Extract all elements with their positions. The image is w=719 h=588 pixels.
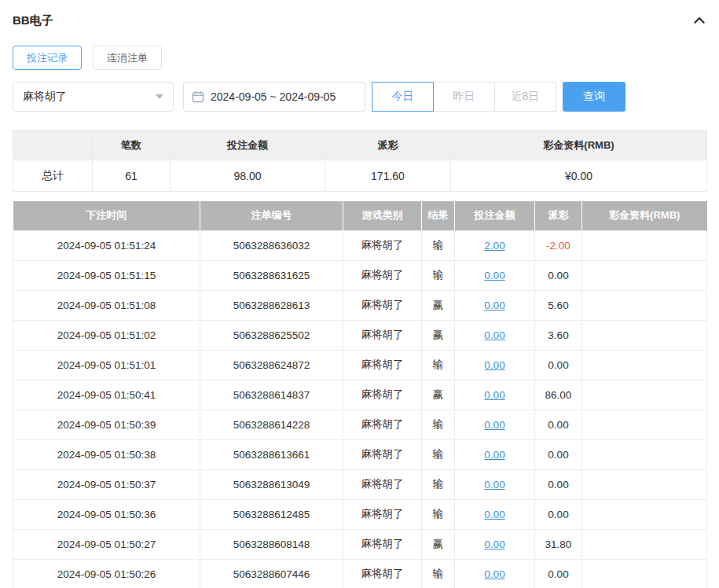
payout-cell: -2.00 xyxy=(535,230,582,260)
records-header-cell: 投注金额 xyxy=(455,201,535,230)
collapse-chevron-up-icon[interactable] xyxy=(692,13,706,28)
game-type-cell: 麻将胡了 xyxy=(343,439,422,469)
game-type-cell: 麻将胡了 xyxy=(343,410,422,439)
table-row: 2024-09-05 01:50:385063288613661麻将胡了输0.0… xyxy=(13,439,707,469)
records-header-cell: 派彩 xyxy=(535,201,582,230)
tab-chain-cancel-orders[interactable]: 连消注单 xyxy=(93,46,162,70)
records-table-body: 2024-09-05 01:51:245063288636032麻将胡了输2.0… xyxy=(13,230,707,588)
result-cell: 输 xyxy=(422,439,455,469)
bet-amount-cell: 0.00 xyxy=(455,290,535,320)
tab-bet-records[interactable]: 投注记录 xyxy=(13,46,82,70)
bet-time-cell: 2024-09-05 01:51:01 xyxy=(13,350,200,380)
table-row: 2024-09-05 01:50:265063288607446麻将胡了输0.0… xyxy=(13,559,707,588)
bet-amount-cell: 0.00 xyxy=(455,380,535,410)
date-range-picker[interactable]: 2024-09-05 ~ 2024-09-05 xyxy=(183,82,365,112)
game-type-cell: 麻将胡了 xyxy=(343,230,422,260)
search-button[interactable]: 查询 xyxy=(563,82,625,112)
bet-amount-link[interactable]: 0.00 xyxy=(484,509,504,520)
records-header-row: 下注时间注单编号游戏类别结果投注金额派彩彩金资料(RMB) xyxy=(13,201,707,230)
yesterday-button[interactable]: 昨日 xyxy=(433,82,495,112)
bonus-cell xyxy=(582,529,707,559)
bet-amount-cell: 0.00 xyxy=(455,320,535,350)
payout-cell: 3.60 xyxy=(535,320,582,350)
bonus-cell xyxy=(582,410,707,439)
bet-amount-link[interactable]: 0.00 xyxy=(484,270,504,281)
order-id-cell: 5063288613049 xyxy=(200,469,343,499)
summary-header-row: 笔数投注金额派彩彩金资料(RMB) xyxy=(13,130,707,160)
order-id-cell: 5063288608148 xyxy=(200,529,343,559)
bet-time-cell: 2024-09-05 01:50:38 xyxy=(13,439,200,469)
game-type-cell: 麻将胡了 xyxy=(343,350,422,380)
game-select[interactable]: 麻将胡了 xyxy=(13,82,174,112)
bet-amount-link[interactable]: 0.00 xyxy=(484,449,504,461)
result-cell: 赢 xyxy=(422,529,455,559)
order-id-cell: 5063288636032 xyxy=(200,230,343,260)
order-id-cell: 5063288628613 xyxy=(200,290,343,320)
payout-cell: 31.80 xyxy=(535,529,582,559)
result-cell: 输 xyxy=(422,230,455,260)
order-id-cell: 5063288625502 xyxy=(200,320,343,350)
records-header-cell: 下注时间 xyxy=(13,201,200,230)
table-row: 2024-09-05 01:50:415063288614837麻将胡了赢0.0… xyxy=(13,380,707,410)
order-id-cell: 5063288607446 xyxy=(200,559,343,588)
game-type-cell: 麻将胡了 xyxy=(343,290,422,320)
result-cell: 赢 xyxy=(422,290,455,320)
records-header-cell: 彩金资料(RMB) xyxy=(582,201,707,230)
game-type-cell: 麻将胡了 xyxy=(343,380,422,410)
page-title: BB电子 xyxy=(13,13,53,28)
summary-header-cell xyxy=(13,130,93,160)
bonus-cell xyxy=(582,320,707,350)
bet-amount-link[interactable]: 0.00 xyxy=(484,389,504,401)
bonus-cell xyxy=(582,290,707,320)
bet-amount-link[interactable]: 0.00 xyxy=(484,538,504,550)
bonus-cell xyxy=(582,469,707,499)
payout-cell: 0.00 xyxy=(535,410,582,439)
bonus-cell xyxy=(582,439,707,469)
table-row: 2024-09-05 01:50:275063288608148麻将胡了赢0.0… xyxy=(13,529,707,559)
bet-time-cell: 2024-09-05 01:50:37 xyxy=(13,469,200,499)
game-select-value: 麻将胡了 xyxy=(23,90,67,104)
bet-amount-cell: 0.00 xyxy=(455,410,535,439)
bonus-cell xyxy=(582,559,707,588)
bet-amount-link[interactable]: 0.00 xyxy=(484,568,504,580)
summary-header-cell: 派彩 xyxy=(325,130,451,160)
records-header-cell: 游戏类别 xyxy=(343,201,422,230)
result-cell: 输 xyxy=(422,260,455,290)
payout-cell: 0.00 xyxy=(535,439,582,469)
records-header-cell: 结果 xyxy=(422,201,455,230)
payout-cell: 0.00 xyxy=(535,499,582,529)
summary-bonus: ¥0.00 xyxy=(451,160,707,192)
bet-amount-link[interactable]: 2.00 xyxy=(484,240,504,252)
table-row: 2024-09-05 01:51:015063288624872麻将胡了输0.0… xyxy=(13,350,707,380)
bet-time-cell: 2024-09-05 01:50:41 xyxy=(13,380,200,410)
bet-time-cell: 2024-09-05 01:50:39 xyxy=(13,410,200,439)
summary-payout: 171.60 xyxy=(325,160,451,192)
bet-amount-cell: 0.00 xyxy=(455,260,535,290)
result-cell: 输 xyxy=(422,499,455,529)
calendar-icon xyxy=(192,90,204,103)
payout-cell: 5.60 xyxy=(535,290,582,320)
bet-amount-link[interactable]: 0.00 xyxy=(484,359,504,371)
last-8-days-button[interactable]: 近8日 xyxy=(494,82,556,112)
bet-records-panel: BB电子 投注记录 连消注单 麻将胡了 2024-09-05 ~ 2 xyxy=(0,0,719,588)
summary-header-cell: 投注金额 xyxy=(171,130,325,160)
result-cell: 输 xyxy=(422,410,455,439)
bet-amount-link[interactable]: 0.00 xyxy=(484,300,504,311)
bet-amount-cell: 0.00 xyxy=(455,469,535,499)
records-table: 下注时间注单编号游戏类别结果投注金额派彩彩金资料(RMB) 2024-09-05… xyxy=(13,201,707,588)
bet-amount-cell: 2.00 xyxy=(455,230,535,260)
quick-date-button-group: 今日 昨日 近8日 xyxy=(372,82,556,112)
bonus-cell xyxy=(582,499,707,529)
payout-cell: 0.00 xyxy=(535,559,582,588)
bet-amount-cell: 0.00 xyxy=(455,559,535,588)
bet-amount-link[interactable]: 0.00 xyxy=(484,329,504,341)
order-id-cell: 5063288613661 xyxy=(200,439,343,469)
result-cell: 输 xyxy=(422,350,455,380)
order-id-cell: 5063288624872 xyxy=(200,350,343,380)
today-button[interactable]: 今日 xyxy=(372,82,434,112)
bet-amount-link[interactable]: 0.00 xyxy=(484,479,504,491)
summary-total-row: 总计 61 98.00 171.60 ¥0.00 xyxy=(13,160,707,192)
result-cell: 输 xyxy=(422,469,455,499)
bet-amount-link[interactable]: 0.00 xyxy=(484,419,504,431)
bet-amount-cell: 0.00 xyxy=(455,499,535,529)
